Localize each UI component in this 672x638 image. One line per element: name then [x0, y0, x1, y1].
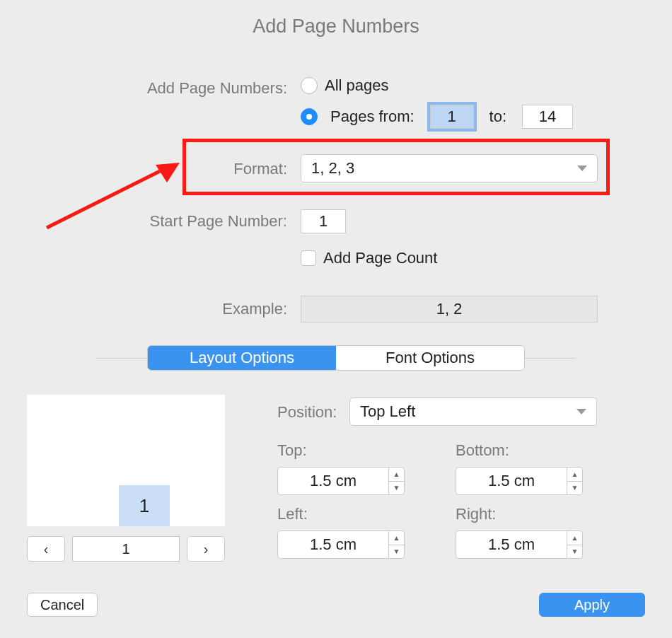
margin-right-input[interactable]: 1.5 cm	[456, 530, 567, 559]
tab-font-options[interactable]: Font Options	[336, 346, 524, 370]
radio-pages-from[interactable]	[301, 108, 318, 125]
dialog-title: Add Page Numbers	[0, 16, 672, 37]
margin-bottom-stepper[interactable]: ▲ ▼	[567, 467, 583, 495]
margin-top-field-wrap: 1.5 cm ▲ ▼	[277, 467, 405, 495]
stepper-up-icon: ▲	[567, 468, 582, 482]
format-select[interactable]: 1, 2, 3	[301, 154, 598, 182]
options-tabs: Layout Options Font Options	[147, 345, 525, 371]
margin-bottom-input[interactable]: 1.5 cm	[456, 467, 567, 495]
stepper-up-icon: ▲	[567, 531, 582, 545]
margin-right-field-wrap: 1.5 cm ▲ ▼	[456, 530, 583, 559]
example-box: 1, 2	[301, 296, 598, 323]
preview-page-number: 1	[119, 485, 170, 526]
preview-page: 1	[27, 395, 225, 526]
chevron-down-icon	[577, 409, 586, 414]
start-page-label: Start Page Number:	[103, 212, 287, 231]
margin-bottom-field-wrap: 1.5 cm ▲ ▼	[456, 467, 583, 495]
stepper-down-icon: ▼	[389, 482, 404, 495]
preview-next-button[interactable]: ›	[187, 536, 225, 562]
chevron-down-icon	[577, 166, 587, 171]
margin-top-label: Top:	[277, 441, 307, 460]
pages-to-label: to:	[489, 108, 506, 126]
margin-left-field-wrap: 1.5 cm ▲ ▼	[277, 530, 405, 559]
radio-all-pages-label: All pages	[325, 76, 389, 95]
radio-all-pages[interactable]	[301, 77, 318, 94]
divider	[525, 358, 576, 359]
add-page-count-label: Add Page Count	[323, 249, 437, 267]
margin-top-stepper[interactable]: ▲ ▼	[389, 467, 405, 495]
stepper-down-icon: ▼	[567, 482, 582, 495]
margin-right-label: Right:	[456, 505, 496, 523]
radio-pages-from-label: Pages from:	[330, 108, 415, 126]
add-page-count-checkbox[interactable]	[301, 250, 316, 266]
margin-left-input[interactable]: 1.5 cm	[277, 530, 389, 559]
format-select-value: 1, 2, 3	[311, 159, 354, 178]
format-label: Format:	[103, 160, 287, 178]
position-select[interactable]: Top Left	[349, 398, 597, 426]
page-range-label: Add Page Numbers:	[103, 79, 287, 98]
page-preview: 1 ‹ 1 ›	[27, 395, 225, 562]
stepper-up-icon: ▲	[389, 468, 404, 482]
pages-from-input[interactable]: 1	[430, 105, 474, 129]
example-value: 1, 2	[436, 300, 463, 318]
pages-to-input[interactable]: 14	[522, 105, 573, 129]
stepper-down-icon: ▼	[389, 545, 404, 559]
preview-prev-button[interactable]: ‹	[27, 536, 65, 562]
stepper-up-icon: ▲	[389, 531, 404, 545]
position-select-value: Top Left	[360, 402, 415, 421]
divider	[96, 358, 147, 359]
example-label: Example:	[103, 300, 287, 318]
stepper-down-icon: ▼	[567, 545, 582, 559]
start-page-input[interactable]: 1	[301, 209, 346, 233]
tab-layout-options[interactable]: Layout Options	[148, 346, 336, 370]
apply-button[interactable]: Apply	[539, 593, 645, 617]
margin-left-stepper[interactable]: ▲ ▼	[389, 530, 405, 559]
margin-right-stepper[interactable]: ▲ ▼	[567, 530, 583, 559]
margin-top-input[interactable]: 1.5 cm	[277, 467, 389, 495]
margin-bottom-label: Bottom:	[456, 441, 509, 460]
position-label: Position:	[277, 403, 337, 422]
cancel-button[interactable]: Cancel	[27, 593, 98, 617]
preview-page-input[interactable]: 1	[72, 536, 180, 562]
margin-left-label: Left:	[277, 505, 308, 523]
